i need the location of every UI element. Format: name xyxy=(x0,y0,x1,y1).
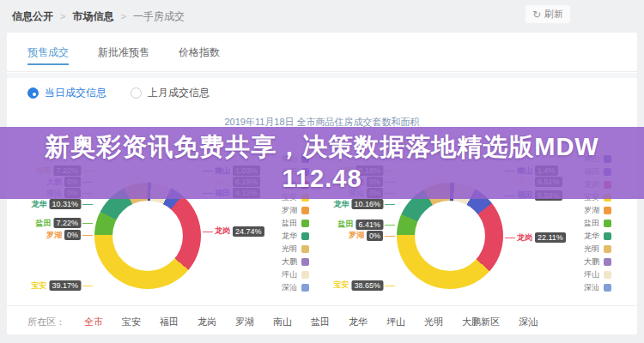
filter-option-盐田[interactable]: 盐田 xyxy=(311,316,330,328)
pie-label-connector xyxy=(385,236,395,237)
legend-marker xyxy=(604,207,611,214)
filter-option-大鹏新区[interactable]: 大鹏新区 xyxy=(462,316,500,328)
legend-item-坪山[interactable]: 坪山 xyxy=(259,268,309,281)
filter-option-南山[interactable]: 南山 xyxy=(273,316,292,328)
legend-item-龙华[interactable]: 龙华 xyxy=(259,230,309,243)
donut-hole xyxy=(415,201,485,271)
pie-label-name: 龙岗 xyxy=(517,232,532,244)
pie-label-connector xyxy=(82,235,93,236)
legend-item-龙华[interactable]: 龙华 xyxy=(562,230,611,243)
promo-overlay-line2: 112.48 xyxy=(282,163,361,195)
pie-label-connector xyxy=(82,223,93,224)
legend-label: 龙华 xyxy=(584,231,599,242)
pie-label-connector xyxy=(385,286,395,286)
refresh-label: 刷新 xyxy=(544,8,563,21)
legend-item-大鹏[interactable]: 大鹏 xyxy=(259,256,309,268)
legend-item-坪山[interactable]: 坪山 xyxy=(562,268,611,281)
pie-label: 龙华10.16% xyxy=(333,198,383,210)
legend-marker xyxy=(301,271,309,279)
legend-marker xyxy=(301,245,309,253)
radio-group: 当日成交信息上月成交信息 xyxy=(27,86,210,100)
radio-label: 当日成交信息 xyxy=(45,86,106,100)
filter-option-全市[interactable]: 全市 xyxy=(84,316,103,328)
breadcrumb-item[interactable]: 一手房成交 xyxy=(133,10,185,22)
legend-item-盐田[interactable]: 盐田 xyxy=(562,217,611,230)
pie-label: 龙华10.31% xyxy=(31,198,81,210)
radio-option[interactable]: 当日成交信息 xyxy=(27,86,106,100)
legend-marker xyxy=(604,232,611,240)
filter-option-龙岗[interactable]: 龙岗 xyxy=(197,316,216,328)
radio-option[interactable]: 上月成交信息 xyxy=(131,86,210,100)
pie-label-value: 10.16% xyxy=(351,199,383,209)
pie-label-value: 0% xyxy=(64,230,81,240)
filter-option-宝安[interactable]: 宝安 xyxy=(122,316,141,328)
legend-label: 坪山 xyxy=(282,269,297,280)
legend-label: 光明 xyxy=(584,244,599,255)
breadcrumb-separator: > xyxy=(60,11,65,21)
legend-label: 光明 xyxy=(282,244,297,255)
legend-item-罗湖[interactable]: 罗湖 xyxy=(259,204,309,217)
pie-label-connector xyxy=(82,286,93,286)
refresh-button[interactable]: ↻ 刷新 xyxy=(526,5,570,23)
pie-label-connector xyxy=(505,238,515,238)
pie-label-value: 0% xyxy=(367,231,383,241)
legend-item-光明[interactable]: 光明 xyxy=(562,243,611,256)
refresh-icon: ↻ xyxy=(532,9,541,21)
filter-option-龙华[interactable]: 龙华 xyxy=(349,316,368,328)
pie-label-connector xyxy=(82,204,93,205)
pie-label-name: 宝安 xyxy=(31,280,46,292)
filter-option-坪山[interactable]: 坪山 xyxy=(386,316,405,328)
pie-label-value: 39.17% xyxy=(49,280,81,291)
legend-label: 深汕 xyxy=(282,282,297,293)
legend-marker xyxy=(301,220,309,227)
filter-label: 所在区： xyxy=(27,316,65,328)
legend-marker xyxy=(604,258,611,266)
legend-item-罗湖[interactable]: 罗湖 xyxy=(562,204,611,217)
pie-label-connector xyxy=(385,204,395,205)
tab-预售成交[interactable]: 预售成交 xyxy=(27,33,69,72)
pie-label-value: 38.65% xyxy=(351,280,383,291)
breadcrumb-item[interactable]: 信息公开 xyxy=(12,10,53,22)
pie-label: 罗湖0% xyxy=(349,230,383,242)
legend-label: 罗湖 xyxy=(282,205,297,216)
legend-marker xyxy=(604,271,611,279)
legend-item-深汕[interactable]: 深汕 xyxy=(259,281,309,294)
pie-label-connector xyxy=(385,225,395,226)
tab-bar: 预售成交新批准预售价格指数 xyxy=(7,33,637,72)
radio-icon xyxy=(27,87,39,99)
filter-option-罗湖[interactable]: 罗湖 xyxy=(235,316,254,328)
pie-label: 盐田6.41% xyxy=(337,219,383,231)
pie-label: 龙岗22.11% xyxy=(517,232,566,244)
pie-label: 宝安38.65% xyxy=(333,280,383,292)
separator-band xyxy=(7,73,637,78)
legend-label: 坪山 xyxy=(584,269,599,280)
legend-label: 盐田 xyxy=(282,218,297,229)
pie-label-name: 盐田 xyxy=(337,219,353,230)
legend-label: 盐田 xyxy=(584,218,599,229)
breadcrumb: 信息公开>市场信息>一手房成交 xyxy=(12,9,185,24)
tab-价格指数[interactable]: 价格指数 xyxy=(179,33,220,72)
donut-hole xyxy=(112,201,183,271)
promo-overlay-banner: 新奥彩资讯免费共享，决策数据落地精选版MDW 112.48 xyxy=(0,127,644,199)
legend-marker xyxy=(604,284,611,292)
radio-label: 上月成交信息 xyxy=(148,86,210,100)
pie-label: 罗湖0% xyxy=(46,229,81,241)
legend-marker xyxy=(301,284,309,292)
filter-option-福田[interactable]: 福田 xyxy=(160,316,179,328)
legend-item-深汕[interactable]: 深汕 xyxy=(562,281,611,294)
legend-item-盐田[interactable]: 盐田 xyxy=(259,217,309,230)
promo-overlay-line1: 新奥彩资讯免费共享，决策数据落地精选版MDW xyxy=(45,131,598,163)
legend-label: 罗湖 xyxy=(584,205,599,216)
pie-label-name: 罗湖 xyxy=(46,230,62,241)
pie-label-value: 10.31% xyxy=(49,199,81,209)
pie-label-value: 7.22% xyxy=(53,218,81,228)
filter-option-深汕[interactable]: 深汕 xyxy=(519,316,538,328)
legend-item-光明[interactable]: 光明 xyxy=(259,243,309,256)
tab-新批准预售[interactable]: 新批准预售 xyxy=(98,33,149,72)
legend-item-大鹏[interactable]: 大鹏 xyxy=(562,256,611,268)
filter-option-光明[interactable]: 光明 xyxy=(424,316,443,328)
pie-label: 宝安39.17% xyxy=(31,280,81,292)
breadcrumb-item[interactable]: 市场信息 xyxy=(72,10,113,22)
pie-label-value: 6.41% xyxy=(355,220,383,230)
legend-marker xyxy=(301,258,309,266)
